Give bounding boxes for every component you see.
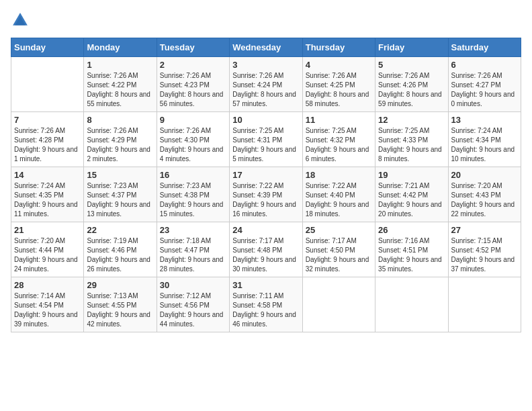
calendar-cell: 29Sunrise: 7:13 AM Sunset: 4:55 PM Dayli… <box>84 277 157 332</box>
calendar-cell: 4Sunrise: 7:26 AM Sunset: 4:25 PM Daylig… <box>302 57 375 112</box>
calendar-cell: 6Sunrise: 7:26 AM Sunset: 4:27 PM Daylig… <box>448 57 521 112</box>
calendar-cell: 8Sunrise: 7:26 AM Sunset: 4:29 PM Daylig… <box>84 112 157 167</box>
calendar-cell: 1Sunrise: 7:26 AM Sunset: 4:22 PM Daylig… <box>84 57 157 112</box>
cell-day-number: 21 <box>14 225 81 235</box>
calendar-cell: 3Sunrise: 7:26 AM Sunset: 4:24 PM Daylig… <box>230 57 302 112</box>
cell-day-number: 23 <box>160 225 226 235</box>
cell-day-number: 13 <box>451 115 518 125</box>
cell-day-number: 27 <box>451 225 518 235</box>
calendar-cell: 31Sunrise: 7:11 AM Sunset: 4:58 PM Dayli… <box>230 277 302 332</box>
cell-day-number: 28 <box>14 280 81 290</box>
logo-icon <box>11 11 30 30</box>
cell-info: Sunrise: 7:22 AM Sunset: 4:39 PM Dayligh… <box>232 181 299 219</box>
calendar-week-row: 7Sunrise: 7:26 AM Sunset: 4:28 PM Daylig… <box>11 112 521 167</box>
cell-info: Sunrise: 7:20 AM Sunset: 4:44 PM Dayligh… <box>14 236 81 274</box>
cell-day-number: 30 <box>160 280 226 290</box>
calendar-day-header: Friday <box>375 38 448 57</box>
cell-day-number: 25 <box>306 225 372 235</box>
cell-day-number: 16 <box>160 170 226 180</box>
cell-day-number: 14 <box>14 170 81 180</box>
calendar-header-row: SundayMondayTuesdayWednesdayThursdayFrid… <box>11 38 521 57</box>
calendar-day-header: Tuesday <box>157 38 229 57</box>
calendar-cell: 19Sunrise: 7:21 AM Sunset: 4:42 PM Dayli… <box>375 167 448 222</box>
calendar-week-row: 21Sunrise: 7:20 AM Sunset: 4:44 PM Dayli… <box>11 222 521 277</box>
calendar-week-row: 28Sunrise: 7:14 AM Sunset: 4:54 PM Dayli… <box>11 277 521 332</box>
calendar-cell: 14Sunrise: 7:24 AM Sunset: 4:35 PM Dayli… <box>11 167 84 222</box>
calendar-cell <box>448 277 521 332</box>
cell-info: Sunrise: 7:26 AM Sunset: 4:27 PM Dayligh… <box>451 71 518 109</box>
cell-info: Sunrise: 7:19 AM Sunset: 4:46 PM Dayligh… <box>87 236 153 274</box>
cell-info: Sunrise: 7:21 AM Sunset: 4:42 PM Dayligh… <box>378 181 445 219</box>
cell-info: Sunrise: 7:20 AM Sunset: 4:43 PM Dayligh… <box>451 181 518 219</box>
cell-info: Sunrise: 7:23 AM Sunset: 4:37 PM Dayligh… <box>87 181 153 219</box>
page-header <box>11 11 521 30</box>
calendar-cell: 27Sunrise: 7:15 AM Sunset: 4:52 PM Dayli… <box>448 222 521 277</box>
calendar-cell: 7Sunrise: 7:26 AM Sunset: 4:28 PM Daylig… <box>11 112 84 167</box>
cell-info: Sunrise: 7:17 AM Sunset: 4:48 PM Dayligh… <box>232 236 299 274</box>
calendar-cell: 24Sunrise: 7:17 AM Sunset: 4:48 PM Dayli… <box>230 222 302 277</box>
cell-info: Sunrise: 7:23 AM Sunset: 4:38 PM Dayligh… <box>160 181 226 219</box>
calendar-day-header: Monday <box>84 38 157 57</box>
cell-day-number: 2 <box>160 60 226 70</box>
calendar-cell: 5Sunrise: 7:26 AM Sunset: 4:26 PM Daylig… <box>375 57 448 112</box>
calendar-cell <box>375 277 448 332</box>
calendar-cell: 15Sunrise: 7:23 AM Sunset: 4:37 PM Dayli… <box>84 167 157 222</box>
calendar-cell: 23Sunrise: 7:18 AM Sunset: 4:47 PM Dayli… <box>157 222 229 277</box>
cell-info: Sunrise: 7:26 AM Sunset: 4:30 PM Dayligh… <box>160 126 226 164</box>
cell-day-number: 7 <box>14 115 81 125</box>
cell-day-number: 12 <box>378 115 445 125</box>
calendar-cell: 9Sunrise: 7:26 AM Sunset: 4:30 PM Daylig… <box>157 112 229 167</box>
cell-info: Sunrise: 7:18 AM Sunset: 4:47 PM Dayligh… <box>160 236 226 274</box>
cell-day-number: 11 <box>306 115 372 125</box>
calendar-cell: 10Sunrise: 7:25 AM Sunset: 4:31 PM Dayli… <box>230 112 302 167</box>
calendar-cell <box>11 57 84 112</box>
cell-day-number: 26 <box>378 225 445 235</box>
cell-day-number: 29 <box>87 280 153 290</box>
calendar-cell: 21Sunrise: 7:20 AM Sunset: 4:44 PM Dayli… <box>11 222 84 277</box>
cell-day-number: 19 <box>378 170 445 180</box>
cell-day-number: 9 <box>160 115 226 125</box>
calendar-cell: 18Sunrise: 7:22 AM Sunset: 4:40 PM Dayli… <box>302 167 375 222</box>
calendar-cell: 26Sunrise: 7:16 AM Sunset: 4:51 PM Dayli… <box>375 222 448 277</box>
cell-day-number: 22 <box>87 225 153 235</box>
cell-day-number: 4 <box>306 60 372 70</box>
cell-day-number: 17 <box>232 170 299 180</box>
cell-info: Sunrise: 7:26 AM Sunset: 4:22 PM Dayligh… <box>87 71 153 109</box>
cell-day-number: 5 <box>378 60 445 70</box>
cell-day-number: 6 <box>451 60 518 70</box>
calendar-cell: 17Sunrise: 7:22 AM Sunset: 4:39 PM Dayli… <box>230 167 302 222</box>
cell-info: Sunrise: 7:26 AM Sunset: 4:29 PM Dayligh… <box>87 126 153 164</box>
calendar-day-header: Wednesday <box>230 38 302 57</box>
cell-day-number: 31 <box>232 280 299 290</box>
cell-day-number: 24 <box>232 225 299 235</box>
calendar-day-header: Saturday <box>448 38 521 57</box>
cell-info: Sunrise: 7:12 AM Sunset: 4:56 PM Dayligh… <box>160 291 226 329</box>
calendar-cell: 30Sunrise: 7:12 AM Sunset: 4:56 PM Dayli… <box>157 277 229 332</box>
cell-info: Sunrise: 7:17 AM Sunset: 4:50 PM Dayligh… <box>306 236 372 274</box>
calendar-cell: 2Sunrise: 7:26 AM Sunset: 4:23 PM Daylig… <box>157 57 229 112</box>
logo <box>11 11 32 30</box>
cell-day-number: 15 <box>87 170 153 180</box>
calendar-cell: 11Sunrise: 7:25 AM Sunset: 4:32 PM Dayli… <box>302 112 375 167</box>
cell-day-number: 3 <box>232 60 299 70</box>
cell-info: Sunrise: 7:24 AM Sunset: 4:35 PM Dayligh… <box>14 181 81 219</box>
calendar-cell: 13Sunrise: 7:24 AM Sunset: 4:34 PM Dayli… <box>448 112 521 167</box>
calendar-cell: 20Sunrise: 7:20 AM Sunset: 4:43 PM Dayli… <box>448 167 521 222</box>
calendar-cell: 25Sunrise: 7:17 AM Sunset: 4:50 PM Dayli… <box>302 222 375 277</box>
cell-day-number: 20 <box>451 170 518 180</box>
cell-info: Sunrise: 7:25 AM Sunset: 4:32 PM Dayligh… <box>306 126 372 164</box>
calendar-week-row: 1Sunrise: 7:26 AM Sunset: 4:22 PM Daylig… <box>11 57 521 112</box>
cell-info: Sunrise: 7:26 AM Sunset: 4:25 PM Dayligh… <box>306 71 372 109</box>
cell-info: Sunrise: 7:11 AM Sunset: 4:58 PM Dayligh… <box>232 291 299 329</box>
calendar-cell: 28Sunrise: 7:14 AM Sunset: 4:54 PM Dayli… <box>11 277 84 332</box>
cell-info: Sunrise: 7:15 AM Sunset: 4:52 PM Dayligh… <box>451 236 518 274</box>
cell-info: Sunrise: 7:13 AM Sunset: 4:55 PM Dayligh… <box>87 291 153 329</box>
cell-info: Sunrise: 7:25 AM Sunset: 4:33 PM Dayligh… <box>378 126 445 164</box>
cell-info: Sunrise: 7:26 AM Sunset: 4:23 PM Dayligh… <box>160 71 226 109</box>
cell-info: Sunrise: 7:14 AM Sunset: 4:54 PM Dayligh… <box>14 291 81 329</box>
cell-info: Sunrise: 7:24 AM Sunset: 4:34 PM Dayligh… <box>451 126 518 164</box>
cell-day-number: 10 <box>232 115 299 125</box>
calendar-cell: 22Sunrise: 7:19 AM Sunset: 4:46 PM Dayli… <box>84 222 157 277</box>
calendar-cell <box>302 277 375 332</box>
cell-day-number: 1 <box>87 60 153 70</box>
